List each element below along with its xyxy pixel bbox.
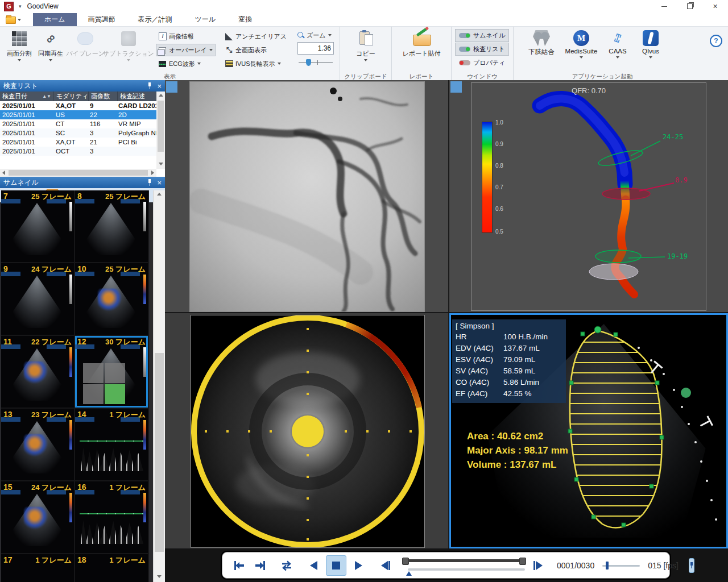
pin-icon[interactable] — [147, 82, 152, 89]
scroll-left-icon[interactable] — [2, 171, 5, 175]
tab-image-quality[interactable]: 画質調節 — [77, 13, 127, 26]
thumbnail-scrollbar[interactable] — [153, 190, 165, 582]
minimize-button[interactable] — [651, 0, 677, 13]
table-row-selected[interactable]: 2025/01/01US222D — [0, 110, 156, 119]
table-row[interactable]: 2025/01/01CT116VR MIP — [0, 119, 156, 128]
qivus-button[interactable]: QIvus — [634, 28, 667, 71]
skip-end-button[interactable] — [251, 556, 270, 575]
col-image-count[interactable]: 画像数 — [89, 92, 118, 101]
loop-button[interactable] — [277, 556, 296, 575]
close-icon[interactable]: × — [157, 179, 162, 186]
thumbnail-item-selected[interactable]: 1230 フレーム — [75, 336, 148, 408]
range-end-handle[interactable] — [519, 558, 526, 565]
col-modality[interactable]: モダリティ — [54, 92, 89, 101]
range-track[interactable] — [404, 559, 524, 562]
caas-button[interactable]: ⑄ CAAS — [601, 28, 634, 71]
chevron-down-icon — [209, 49, 213, 51]
zoom-menu-button[interactable]: ズーム — [297, 30, 334, 40]
table-row[interactable]: 2025/01/01OCT3 — [0, 147, 156, 156]
screen-split-button[interactable]: 画面分割 — [3, 28, 35, 70]
table-row[interactable]: 2025/01/01XA,OT21PCI Bi — [0, 138, 156, 147]
close-icon[interactable]: × — [157, 82, 162, 90]
col-exam-date[interactable]: 検査日付▲▼ — [0, 92, 54, 101]
pin-toolbar-button[interactable] — [689, 558, 694, 573]
restore-button[interactable] — [677, 0, 702, 13]
zoom-slider[interactable] — [297, 58, 334, 67]
chevron-down-icon — [49, 59, 52, 61]
chevron-down-icon — [18, 19, 21, 21]
scroll-down-icon[interactable] — [157, 575, 162, 578]
exam-list-header: 検査リスト × — [0, 80, 165, 92]
zoom-value-input[interactable]: 1.36 — [297, 42, 334, 55]
examlist-window-toggle[interactable]: 検査リスト — [455, 43, 509, 56]
help-button[interactable]: ? — [710, 35, 722, 47]
image-info-toggle[interactable]: i画像情報 — [156, 30, 216, 43]
ivus-longaxis-toggle[interactable]: IVUS長軸表示 — [222, 57, 289, 70]
thumbnail-item[interactable]: 161 フレーム — [75, 481, 148, 553]
tab-tools[interactable]: ツール — [184, 13, 228, 26]
fps-slider[interactable] — [602, 561, 640, 570]
medissuite-button[interactable]: M MedisSuite — [561, 28, 601, 71]
ecg-wave-toggle[interactable]: ECG波形 — [156, 57, 216, 70]
copy-button[interactable]: コピー — [348, 28, 384, 70]
tab-home[interactable]: ホーム — [33, 13, 77, 26]
echo-viewport[interactable]: [ Simpson ] HR100 H.B./min EDV (A4C)137.… — [449, 313, 728, 548]
frame-range-slider[interactable] — [402, 555, 526, 576]
thumbnail-item[interactable]: 1323 フレーム — [1, 409, 74, 480]
thumbnail-item[interactable]: 141 フレーム — [75, 409, 148, 480]
progress-track[interactable] — [408, 568, 525, 571]
pin-icon[interactable] — [147, 179, 152, 186]
group-label-display: 表示 — [0, 73, 340, 81]
overlay-icon — [159, 47, 166, 53]
minimize-icon — [661, 6, 667, 7]
thumbnail-window-toggle[interactable]: サムネイル — [455, 29, 509, 42]
quick-access-caret-icon[interactable]: ▾ — [19, 3, 22, 9]
close-button[interactable]: × — [702, 0, 728, 13]
panel-indicator[interactable] — [450, 81, 462, 93]
step-back-button[interactable] — [376, 556, 395, 575]
scroll-up-icon[interactable] — [157, 193, 162, 196]
thumbnail-item[interactable]: 725 フレーム — [1, 190, 74, 262]
col-description[interactable]: 検査記述 — [118, 92, 156, 101]
ribbon-tab-row: ホーム 画質調節 表示／計測 ツール 変換 — [0, 13, 728, 26]
scroll-right-icon[interactable] — [151, 171, 154, 175]
thumbnail-item[interactable]: 1524 フレーム — [1, 481, 74, 553]
ivus-viewport[interactable] — [165, 313, 449, 548]
tab-convert[interactable]: 変換 — [227, 13, 263, 26]
antialias-toggle[interactable]: アンチエイリアス — [222, 30, 289, 43]
exam-horizontal-scrollbar[interactable] — [0, 169, 156, 177]
chevron-down-icon — [328, 34, 332, 36]
thumbnail-item[interactable]: 1025 フレーム — [75, 263, 148, 335]
table-row[interactable]: 2025/01/01SC3PolyGraph NI — [0, 128, 156, 138]
stop-button[interactable] — [326, 555, 346, 576]
fullscreen-toggle[interactable]: ⤡全画面表示 — [222, 44, 289, 56]
position-marker[interactable] — [406, 571, 412, 576]
exam-list-panel: 検査リスト × 検査日付▲▼ モダリティ 画像数 検査記述 2025/01/01… — [0, 80, 165, 178]
play-forward-button[interactable] — [349, 556, 368, 575]
range-start-handle[interactable] — [402, 558, 409, 565]
file-menu-button[interactable] — [3, 14, 23, 26]
panel-indicator[interactable] — [166, 81, 177, 93]
scroll-down-icon[interactable] — [159, 163, 163, 165]
qfr-viewport[interactable]: QFR: 0.70 1.0 0.9 0.8 0.7 0.6 0.5 — [449, 80, 728, 313]
table-row[interactable]: 2025/01/01XA,OT9CARD LD2018 — [0, 101, 156, 110]
exam-vertical-scrollbar[interactable] — [156, 92, 165, 169]
fps-slider-handle[interactable] — [606, 562, 609, 569]
report-paste-button[interactable]: レポート貼付 — [398, 28, 445, 70]
tab-display-measure[interactable]: 表示／計測 — [127, 13, 184, 26]
thumbnail-item[interactable]: 171 フレーム — [1, 554, 74, 582]
overlay-toggle[interactable]: オーバーレイ — [156, 44, 216, 56]
sync-play-button[interactable]: ∞ 同期再生 — [35, 28, 66, 70]
step-forward-button[interactable] — [528, 556, 548, 575]
play-reverse-button[interactable] — [304, 556, 324, 575]
thumbnail-item[interactable]: 1122 フレーム — [1, 336, 74, 408]
lower-limb-combine-button[interactable]: 下肢結合 — [522, 28, 561, 71]
scroll-up-icon[interactable] — [159, 94, 163, 97]
property-window-toggle[interactable]: プロパティ — [455, 56, 509, 69]
thumbnail-item[interactable]: 825 フレーム — [75, 190, 148, 262]
angio-viewport[interactable] — [165, 80, 449, 313]
zoom-slider-handle[interactable] — [306, 59, 311, 66]
thumbnail-item[interactable]: 181 フレーム — [75, 554, 148, 582]
thumbnail-item[interactable]: 924 フレーム — [1, 263, 74, 335]
skip-start-button[interactable] — [229, 556, 249, 575]
